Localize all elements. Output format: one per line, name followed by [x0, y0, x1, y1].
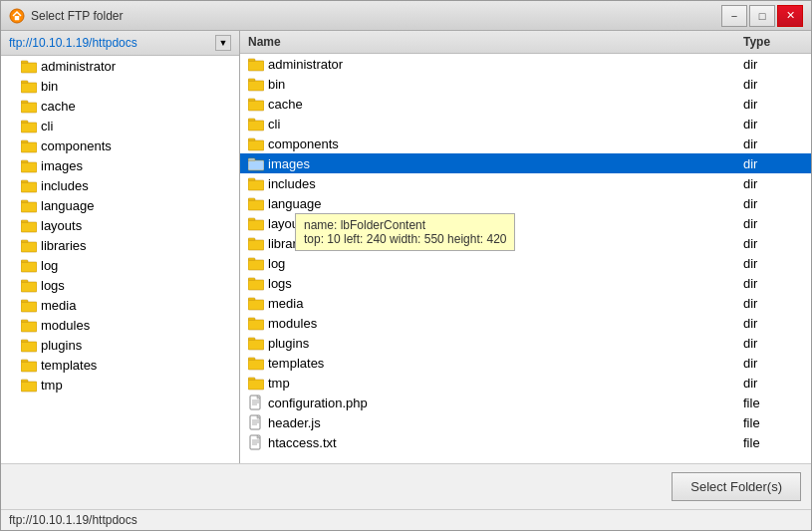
- tree-item-label: language: [41, 198, 95, 213]
- item-type: dir: [743, 296, 803, 311]
- pane-container: ftp://10.10.1.19/httpdocs ▼ administrato…: [1, 31, 811, 463]
- svg-rect-25: [248, 200, 264, 210]
- content-area: ftp://10.10.1.19/httpdocs ▼ administrato…: [1, 31, 811, 530]
- item-name: libraries: [248, 235, 743, 251]
- folder-icon: [21, 78, 37, 94]
- left-tree-item[interactable]: logs: [1, 275, 239, 295]
- svg-rect-30: [248, 300, 264, 310]
- close-button[interactable]: ✕: [777, 5, 803, 27]
- left-tree-item[interactable]: includes: [1, 175, 239, 195]
- item-name: htaccess.txt: [248, 434, 743, 450]
- folder-icon: [248, 56, 264, 72]
- item-type: dir: [743, 216, 803, 231]
- folder-icon: [21, 297, 37, 313]
- left-tree-item[interactable]: templates: [1, 355, 239, 375]
- svg-rect-13: [21, 302, 37, 312]
- folder-icon: [21, 337, 37, 353]
- item-type: dir: [743, 97, 803, 112]
- svg-rect-34: [248, 380, 264, 390]
- item-type: dir: [743, 256, 803, 271]
- left-tree-item[interactable]: libraries: [1, 235, 239, 255]
- right-pane-scroll[interactable]: administrator dir bin dir cache dir cli …: [240, 54, 811, 463]
- left-tree-item[interactable]: cache: [1, 96, 239, 116]
- left-tree-item[interactable]: log: [1, 255, 239, 275]
- file-list-item[interactable]: header.js file: [240, 412, 811, 432]
- file-list-item[interactable]: administrator dir: [240, 54, 811, 74]
- svg-rect-33: [248, 360, 264, 370]
- left-tree-item[interactable]: components: [1, 135, 239, 155]
- left-scroll-down-arrow[interactable]: ▼: [215, 35, 231, 51]
- maximize-button[interactable]: □: [749, 5, 775, 27]
- left-tree: administrator bin cache cli components i…: [1, 56, 239, 395]
- file-list-item[interactable]: log dir: [240, 253, 811, 273]
- tree-item-label: plugins: [41, 338, 82, 353]
- svg-rect-28: [248, 260, 264, 270]
- svg-rect-4: [21, 123, 37, 133]
- tree-item-label: templates: [41, 358, 97, 373]
- folder-icon: [248, 76, 264, 92]
- file-list-item[interactable]: language dir: [240, 193, 811, 213]
- svg-rect-2: [21, 83, 37, 93]
- left-tree-item[interactable]: plugins: [1, 335, 239, 355]
- file-list-item[interactable]: layouts dir: [240, 213, 811, 233]
- folder-icon: [248, 116, 264, 132]
- status-text: ftp://10.10.1.19/httpdocs: [9, 513, 137, 527]
- file-list-item[interactable]: cache dir: [240, 94, 811, 114]
- item-type: dir: [743, 156, 803, 171]
- svg-rect-8: [21, 202, 37, 212]
- file-list-item[interactable]: components dir: [240, 133, 811, 153]
- left-pane-header: ftp://10.10.1.19/httpdocs ▼: [1, 31, 239, 56]
- folder-icon: [248, 255, 264, 271]
- file-list-item[interactable]: templates dir: [240, 353, 811, 373]
- item-type: dir: [743, 336, 803, 351]
- minimize-button[interactable]: −: [721, 5, 747, 27]
- left-pane-scroll[interactable]: administrator bin cache cli components i…: [1, 56, 239, 463]
- item-type: dir: [743, 276, 803, 291]
- folder-icon: [21, 217, 37, 233]
- tree-item-label: includes: [41, 178, 89, 193]
- file-list-item[interactable]: modules dir: [240, 313, 811, 333]
- tree-item-label: tmp: [41, 378, 63, 393]
- item-type: dir: [743, 196, 803, 211]
- item-type: dir: [743, 57, 803, 72]
- left-tree-item[interactable]: layouts: [1, 215, 239, 235]
- left-tree-item[interactable]: language: [1, 195, 239, 215]
- svg-rect-10: [21, 242, 37, 252]
- tree-item-label: media: [41, 298, 76, 313]
- svg-rect-31: [248, 320, 264, 330]
- left-tree-item[interactable]: cli: [1, 116, 239, 135]
- folder-icon: [248, 135, 264, 151]
- file-list-item[interactable]: includes dir: [240, 173, 811, 193]
- left-tree-item[interactable]: bin: [1, 76, 239, 96]
- file-list-item[interactable]: bin dir: [240, 74, 811, 94]
- left-tree-item[interactable]: modules: [1, 315, 239, 335]
- file-list-item[interactable]: cli dir: [240, 114, 811, 133]
- file-list-item[interactable]: htaccess.txt file: [240, 432, 811, 452]
- svg-rect-18: [248, 61, 264, 71]
- file-list-item[interactable]: tmp dir: [240, 373, 811, 393]
- item-name: images: [248, 155, 743, 171]
- folder-icon: [21, 317, 37, 333]
- file-list-item[interactable]: media dir: [240, 293, 811, 313]
- file-list-item[interactable]: logs dir: [240, 273, 811, 293]
- left-tree-item[interactable]: administrator: [1, 56, 239, 76]
- svg-rect-19: [248, 81, 264, 91]
- item-type: dir: [743, 117, 803, 132]
- left-pane: ftp://10.10.1.19/httpdocs ▼ administrato…: [1, 31, 240, 463]
- left-tree-item[interactable]: tmp: [1, 375, 239, 395]
- column-name-header: Name: [248, 35, 743, 49]
- tree-item-label: components: [41, 138, 112, 153]
- window-controls: − □ ✕: [721, 5, 803, 27]
- left-tree-item[interactable]: media: [1, 295, 239, 315]
- file-list-item[interactable]: plugins dir: [240, 333, 811, 353]
- file-list-item[interactable]: images dir: [240, 153, 811, 173]
- file-list-item[interactable]: libraries dir: [240, 233, 811, 253]
- file-list-item[interactable]: configuration.php file: [240, 393, 811, 412]
- tree-item-label: libraries: [41, 238, 87, 253]
- select-folder-button[interactable]: Select Folder(s): [672, 472, 801, 501]
- folder-icon: [21, 377, 37, 393]
- item-type: dir: [743, 77, 803, 92]
- left-tree-item[interactable]: images: [1, 155, 239, 175]
- svg-rect-27: [248, 240, 264, 250]
- folder-icon: [248, 275, 264, 291]
